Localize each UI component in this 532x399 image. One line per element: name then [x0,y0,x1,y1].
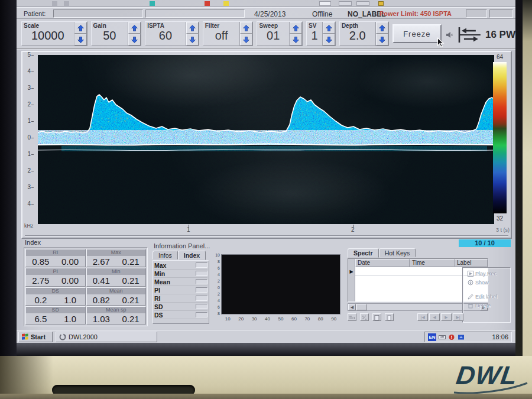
spectr-toolbar [348,313,394,321]
scale-spinner [74,22,87,46]
velocity-colorbar [493,62,507,213]
column-label[interactable]: Label [455,259,488,267]
value-field [196,271,207,276]
bidirectional-flow-icon [457,26,482,44]
delete-button[interactable]: Delete [468,303,491,309]
doppler-spectrogram[interactable] [38,55,494,224]
index-value: 0.41 [93,275,110,286]
folder-icon[interactable] [378,1,384,6]
index-value: 1.0 [64,295,76,305]
arrow-up-icon [326,25,332,31]
play-rec-button[interactable]: Play Rec [468,271,497,277]
arrow-down-icon [131,37,138,43]
tray-network-icon[interactable] [458,334,465,340]
tab-index[interactable]: Index [178,251,206,260]
trash-icon [468,303,473,309]
list-item[interactable]: SD [154,303,207,311]
tab-infos[interactable]: Infos [153,251,178,259]
percent-glyph-icon [361,314,368,321]
scrollbar-thumb[interactable] [356,304,367,310]
value-field [196,279,207,284]
column-time[interactable]: Time [410,259,455,267]
tab-spectr[interactable]: Spectr [348,248,379,258]
patient-label: Patient: [24,10,46,17]
control-label: Sweep [259,22,287,29]
index-value: 1.0 [64,314,76,324]
tray-alert-icon[interactable] [448,334,455,340]
depth-down-button[interactable] [376,34,388,46]
toolbar-field[interactable] [319,1,331,6]
recording-actions-group: Play Rec Show Edit label Delete [462,267,511,323]
scale-up-button[interactable] [74,22,87,34]
taskbar-task-dwl2000[interactable]: DWL2000 [56,332,157,342]
first-record-button[interactable]: |◀ [417,313,428,321]
index-cell-pi: PI2.750.00 [25,268,86,286]
depth-up-button[interactable] [376,22,388,34]
sweep-up-button[interactable] [290,22,302,34]
list-item[interactable]: Mean [154,278,207,286]
toolbar-button[interactable] [339,1,352,6]
gain-down-button[interactable] [128,34,141,46]
page-icon [373,314,381,321]
index-cell-header: Mean [87,288,146,294]
list-item[interactable]: RI [154,294,207,303]
filter-down-button[interactable] [240,34,252,46]
start-button[interactable]: Start [18,332,53,342]
ispta-down-button[interactable] [186,34,199,46]
show-button[interactable]: Show [468,280,489,286]
play-icon [468,271,473,277]
filter-up-button[interactable] [240,22,252,34]
index-cell-ri: RI0.850.00 [25,249,86,267]
sv-up-button[interactable] [323,22,335,34]
control-value: 2.0 [342,29,374,43]
list-item[interactable]: Min [154,270,207,278]
status-label: Offline [312,10,332,18]
scroll-left-button[interactable]: ◀ [348,304,356,310]
patient-name-field[interactable] [53,9,143,18]
list-item[interactable]: Max [154,261,207,270]
toolbar-icon[interactable] [64,1,69,6]
screen-right-edge [515,0,523,356]
patient-id-field[interactable] [145,9,245,18]
speaker-icon[interactable] [445,31,453,39]
list-item[interactable]: PI [154,286,207,294]
copy-icon[interactable] [372,313,381,321]
toolbar-yellow-icon[interactable] [223,1,229,6]
freeze-button[interactable]: Freeze [392,24,442,43]
index-value: 0.00 [61,257,79,267]
page-indicator-badge: 10 / 10 [459,239,511,247]
index-cell-header: Max [87,249,146,256]
tab-hot-keys[interactable]: Hot Keys [379,248,416,257]
toolbar-teal-icon[interactable] [150,1,155,6]
mini-chart-y-axis: 10864202468 [212,253,220,316]
patient-bar-field[interactable] [466,9,487,18]
patient-bar-field[interactable] [489,9,513,18]
sv-down-button[interactable] [323,34,335,46]
arrow-up-icon [293,25,299,31]
column-date[interactable]: Date [355,259,410,267]
index-cell-mean-sp: Mean sp1.030.21 [86,306,147,325]
gain-up-button[interactable] [128,22,141,34]
export-icon[interactable] [348,313,356,321]
control-scale: Scale10000 [21,21,87,46]
toolbar-icon[interactable] [52,1,57,6]
toolbar-button[interactable] [356,1,369,6]
last-record-button[interactable]: ▶| [453,313,463,321]
ispta-up-button[interactable] [186,22,199,34]
next-record-button[interactable]: ▶ [441,313,452,321]
prev-record-button[interactable]: ◀ [429,313,440,321]
mouse-cursor [436,37,445,48]
sweep-spinner [289,22,302,46]
language-indicator[interactable]: EN [428,333,436,341]
record-navigator: |◀ ◀ ▶ ▶| [417,313,463,321]
sweep-down-button[interactable] [290,34,302,46]
control-value: off [205,29,238,43]
edit-label-button[interactable]: Edit label [468,294,497,300]
tray-keyboard-icon[interactable] [439,334,446,340]
print-icon[interactable] [385,313,394,321]
toolbar-red-icon[interactable] [205,1,210,6]
taskbar-clock[interactable]: 18:06 [492,333,508,340]
scale-down-button[interactable] [74,34,87,46]
list-item[interactable]: DS [154,311,207,319]
percent-icon[interactable] [360,313,369,321]
